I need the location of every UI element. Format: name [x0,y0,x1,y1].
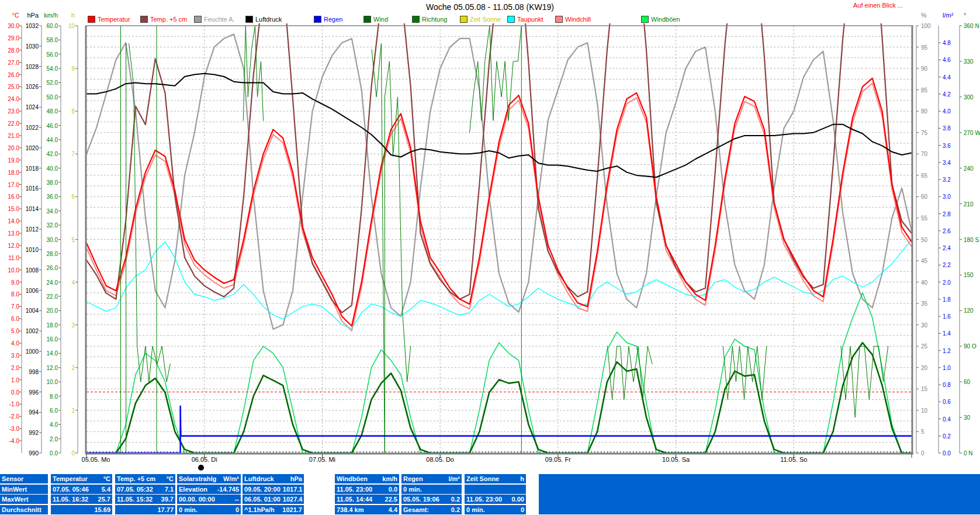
table-cell: 0 min. [401,485,462,494]
axis-label: 100 [921,23,931,29]
axis-label: 2.4 [943,245,951,251]
cell-value: 5.4 [102,485,110,494]
axis-label: 30 [964,414,970,421]
axis-label: 1020 [4,144,39,151]
axis-label: 0.0 [943,450,951,457]
axis-label: 95 [921,44,927,50]
axis-title: % [921,12,927,19]
cell-text: 11.05. 16:32 [53,495,88,504]
axis-label: 4.2 [943,91,951,97]
axis-label: 210 [964,201,974,207]
row-label: Durchschnitt [0,505,48,514]
axis-label: 14.0 [23,350,58,357]
cell-text: Gesamt: [403,505,429,514]
axis-label: 4.0 [943,108,951,115]
cell-text: 738.4 km [337,505,363,514]
row-label: MinWert [0,485,48,494]
axis-label: 2.0 [23,435,58,442]
x-axis-label: 10.05. Sa [662,456,690,463]
cell-value: 39.7 [161,495,174,504]
axis-label: 80 [921,108,927,115]
axis-label: 240 [964,165,974,171]
column-header-solarstrahlg: SolarstrahlgW/m² [177,474,241,483]
axis-label: 9 [40,65,75,72]
series-richtung [723,346,767,399]
cell-value: W/m² [223,474,239,483]
axis-label: 6 [40,193,75,200]
axis-label: 60 [921,193,927,200]
axis-label: 300 [964,94,974,100]
cell-value: 1017.1 [283,485,303,494]
axis-label: 9.0 [0,279,19,285]
series-richtung [608,346,653,399]
axis-label: 1016 [4,185,39,192]
axis-label: 24.0 [0,96,19,102]
axis-label: 70 [921,151,927,157]
cell-value: °C [103,474,110,483]
axis-label: 50.0 [23,94,58,100]
column-header-regen: Regenl/m² [401,474,462,483]
cell-text: 0 min. [403,485,422,494]
axis-title: ° [964,12,966,19]
cell-value: h [520,474,524,483]
cell-text: 09.05. 20:00 [244,485,281,494]
cell-text: 00.00. 00:00 [179,495,215,504]
series-regen [86,406,912,453]
table-cell: 07.05. 05:327.1 [115,485,175,494]
axis-label: 3.6 [943,142,951,148]
cell-value: 1021.7 [282,505,302,514]
axis-label: 22.0 [23,293,58,299]
x-axis-label: 06.05. Di [192,456,217,463]
moon-phase-icon [198,465,204,471]
cell-value: 22.5 [385,495,397,504]
cell-value: 15.69 [94,505,110,514]
x-axis-label: 11.05. So [780,456,807,463]
axis-label: 44.0 [23,136,58,143]
cell-text: 11.05. 15:32 [117,495,153,504]
axis-label: 1002 [4,328,39,334]
series-windb-en [86,293,912,453]
axis-label: 0 [921,450,924,457]
axis-label: 1.0 [943,364,951,371]
axis-label: 30 [921,322,927,328]
axis-label: 4.8 [943,40,951,46]
axis-label: 65 [921,172,927,178]
axis-label: 3.2 [943,177,951,183]
table-cell: 11.05. 23:000.00 [465,495,526,504]
x-axis-label: 08.05. Do [426,456,454,463]
cell-text: Durchschnitt [2,505,41,514]
cell-value: 0 [236,505,239,514]
column-header-luftdruck: LuftdruckhPa [243,474,304,483]
chart-canvas [0,0,980,515]
cell-text: Zeit Sonne [466,474,499,483]
axis-label: 19.0 [0,157,19,163]
axis-label: 4.0 [0,340,19,347]
axis-label: 3 [40,322,75,328]
cell-text: MinWert [2,485,27,494]
axis-label: 29.0 [0,34,19,41]
axis-label: 0.8 [943,382,951,388]
cell-text: 07.05. 05:46 [53,485,89,494]
axis-label: 1.2 [943,347,951,354]
cell-value: 4.4 [389,505,397,514]
column-header-zeit-sonne: Zeit Sonneh [465,474,526,483]
axis-label: 150 [964,272,974,278]
axis-label: 56.0 [23,51,58,57]
cell-text: Luftdruck [244,474,274,483]
axis-label: 3.8 [943,125,951,132]
axis-label: 0 [40,450,75,457]
axis-label: 46.0 [23,122,58,129]
cell-text: Sensor [2,474,23,483]
axis-label: 26.0 [0,71,19,78]
axis-label: 40 [921,279,927,285]
axis-label: 3.4 [943,159,951,165]
table-cell: 11.05. 14:4422.5 [335,495,399,504]
axis-label: 360 N [964,23,979,29]
axis-label: 10.0 [23,379,58,385]
stats-table: SensorMinWertMaxWertDurchschnittTemperat… [0,473,980,515]
table-cell: 17.77 [115,505,175,514]
axis-label: 4.4 [943,74,951,80]
axis-label: 8.0 [23,393,58,399]
cell-text: 11.05. 23:00 [337,485,372,494]
cell-text: Temperatur [53,474,88,483]
